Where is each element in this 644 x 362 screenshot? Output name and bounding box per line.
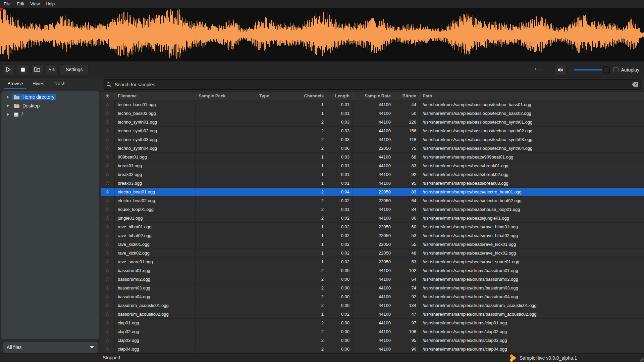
table-row[interactable]: ☆techno_synth03.ogg20:0344100118/usr/sha… xyxy=(101,135,644,144)
menu-item-edit[interactable]: Edit xyxy=(14,0,27,8)
play-button[interactable] xyxy=(2,64,14,75)
ab-loop-button[interactable]: A-B xyxy=(46,64,58,75)
favorite-star-icon[interactable]: ☆ xyxy=(101,231,115,240)
column-header-channels[interactable]: Channels xyxy=(296,92,327,100)
favorite-star-icon[interactable]: ☆ xyxy=(101,144,115,152)
favorite-star-icon[interactable]: ☆ xyxy=(101,336,115,345)
table-row[interactable]: ☆techno_synth01.ogg20:0344100126/usr/sha… xyxy=(101,118,644,127)
table-row[interactable]: ☆clap02.ogg20:0044100106/usr/share/lmms/… xyxy=(101,327,644,336)
favorite-star-icon[interactable]: ☆ xyxy=(101,179,115,187)
menu-item-help[interactable]: Help xyxy=(43,0,58,8)
favorite-star-icon[interactable]: ☆ xyxy=(101,301,115,310)
table-row[interactable]: ☆break03.ogg10:014410095/usr/share/lmms/… xyxy=(101,179,644,188)
column-header-type[interactable]: Type xyxy=(256,92,296,100)
table-row[interactable]: ☆house_loop01.ogg20:014410084/usr/share/… xyxy=(101,205,644,214)
favorite-star-icon[interactable]: ☆ xyxy=(101,127,115,135)
favorite-star-icon[interactable]: ☆ xyxy=(101,100,115,109)
search-bar[interactable] xyxy=(103,79,642,90)
tab-browse[interactable]: Browse xyxy=(3,78,28,90)
tree-item--[interactable]: / xyxy=(1,110,99,119)
expand-arrow-icon[interactable] xyxy=(7,95,9,99)
file-filter-dropdown[interactable]: All files xyxy=(3,342,98,353)
favorite-star-icon[interactable]: ☆ xyxy=(101,153,115,161)
table-row[interactable]: ☆bassdrum02.ogg20:004410064/usr/share/lm… xyxy=(101,275,644,284)
favorite-star-icon[interactable]: ☆ xyxy=(101,162,115,170)
open-folder-button[interactable] xyxy=(31,64,43,75)
expand-arrow-icon[interactable] xyxy=(7,113,9,116)
column-header-sample-pack[interactable]: Sample Pack xyxy=(196,92,256,100)
table-row[interactable]: ☆electro_beat02.ogg20:022205064/usr/shar… xyxy=(101,196,644,205)
table-row[interactable]: ☆bassdrum01.ogg20:0044100102/usr/share/l… xyxy=(101,266,644,275)
table-row[interactable]: ☆bassdrum_acoustic01.ogg20:0044100134/us… xyxy=(101,301,644,310)
menu-item-view[interactable]: View xyxy=(27,0,43,8)
favorite-star-icon[interactable]: ☆ xyxy=(101,118,115,126)
waveform-display[interactable] xyxy=(0,8,644,61)
favorite-star-icon[interactable]: ☆ xyxy=(101,240,115,248)
favorite-star-icon[interactable]: ☆ xyxy=(101,135,115,144)
favorite-star-icon[interactable]: ☆ xyxy=(101,258,115,266)
table-row[interactable]: ☆break02.ogg10:014410092/usr/share/lmms/… xyxy=(101,170,644,179)
table-row[interactable]: ☆rave_kick02.ogg10:022205048/usr/share/l… xyxy=(101,249,644,258)
tree-item-cell[interactable]: Desktop xyxy=(12,103,42,109)
tree-item-cell[interactable]: / xyxy=(12,111,25,118)
waveform-canvas[interactable] xyxy=(0,8,644,61)
column-header-sample-rate[interactable]: Sample Rate xyxy=(353,92,394,100)
column-header-filename[interactable]: Filename xyxy=(115,92,196,100)
favorite-star-icon[interactable]: ☆ xyxy=(101,196,115,205)
table-row[interactable]: ☆break01.ogg10:014410083/usr/share/lmms/… xyxy=(101,162,644,170)
autoplay-checkbox[interactable] xyxy=(613,67,619,72)
favorite-star-icon[interactable]: ☆ xyxy=(101,327,115,336)
favorite-star-icon[interactable]: ☆ xyxy=(101,275,115,283)
cell-bitrate: 55 xyxy=(394,240,420,248)
table-row[interactable]: ☆rave_snare01.ogg10:022205053/usr/share/… xyxy=(101,258,644,266)
tree-item-home-directory[interactable]: Home directory xyxy=(1,93,99,101)
favorite-star-icon[interactable]: ☆ xyxy=(101,284,115,292)
expand-arrow-icon[interactable] xyxy=(7,104,9,107)
table-row[interactable]: ☆bassdrum_acoustic02.ogg10:024410047/usr… xyxy=(101,310,644,319)
favorite-star-icon[interactable]: ☆ xyxy=(101,170,115,179)
table-row[interactable]: ☆techno_bass01.ogg10:014410044/usr/share… xyxy=(101,100,644,109)
favorite-star-icon[interactable]: ☆ xyxy=(101,345,115,353)
table-row[interactable]: ☆techno_synth04.ogg20:062205075/usr/shar… xyxy=(101,144,644,153)
table-row[interactable]: ☆techno_synth02.ogg20:0344100156/usr/sha… xyxy=(101,127,644,135)
table-row[interactable]: ☆clap03.ogg20:004410095/usr/share/lmms/s… xyxy=(101,336,644,345)
table-row[interactable]: ☆techno_bass02.ogg10:014410050/usr/share… xyxy=(101,109,644,118)
column-header-bitrate[interactable]: Bitrate xyxy=(394,92,420,100)
favorite-star-icon[interactable]: ☆ xyxy=(101,310,115,318)
favorite-star-icon[interactable]: ☆ xyxy=(101,292,115,301)
volume-slider[interactable] xyxy=(574,66,609,74)
favorite-star-icon[interactable]: ☆ xyxy=(101,214,115,222)
tree-item-desktop[interactable]: Desktop xyxy=(1,101,99,110)
table-row[interactable]: ☆clap01.ogg20:004410097/usr/share/lmms/s… xyxy=(101,319,644,327)
table-row[interactable]: ☆electro_beat01.ogg20:042205083/usr/shar… xyxy=(101,188,644,196)
table-row[interactable]: ☆clap04.ogg20:004410090/usr/share/lmms/s… xyxy=(101,345,644,354)
table-row[interactable]: ☆bassdrum04.ogg20:004410092/usr/share/lm… xyxy=(101,292,644,301)
tab-trash[interactable]: Trash xyxy=(49,78,70,90)
table-row[interactable]: ☆rave_hihat01.ogg10:022205060/usr/share/… xyxy=(101,223,644,231)
table-row[interactable]: ☆rave_kick01.ogg10:022205055/usr/share/l… xyxy=(101,240,644,249)
table-row[interactable]: ☆bassdrum03.ogg20:004410074/usr/share/lm… xyxy=(101,284,644,292)
favorite-star-icon[interactable]: ☆ xyxy=(101,205,115,214)
favorite-star-icon[interactable]: ☆ xyxy=(101,109,115,118)
stop-button[interactable] xyxy=(17,64,29,75)
menu-item-file[interactable]: File xyxy=(1,0,14,8)
column-header-path[interactable]: Path xyxy=(420,92,644,100)
search-input[interactable] xyxy=(115,82,632,87)
settings-button[interactable]: Settings xyxy=(60,64,89,75)
clear-search-icon[interactable] xyxy=(632,82,638,87)
table-row[interactable]: ☆jungle01.ogg20:024410086/usr/share/lmms… xyxy=(101,214,644,223)
volume-knob[interactable] xyxy=(602,66,610,74)
favorite-star-icon[interactable]: ☆ xyxy=(101,319,115,327)
mute-button[interactable] xyxy=(554,64,567,76)
column-header-length[interactable]: Length xyxy=(327,92,353,100)
tree-item-cell[interactable]: Home directory xyxy=(12,94,56,100)
favorite-star-icon[interactable]: ☆ xyxy=(101,266,115,275)
column-header-favorite[interactable]: ★ xyxy=(101,92,115,100)
resize-grip[interactable] xyxy=(638,356,644,362)
favorite-star-icon[interactable]: ☆ xyxy=(101,249,115,257)
favorite-star-icon[interactable]: ☆ xyxy=(101,188,115,196)
tab-hives[interactable]: Hives xyxy=(28,78,49,90)
table-row[interactable]: ☆rave_hihat02.ogg10:022205053/usr/share/… xyxy=(101,231,644,240)
favorite-star-icon[interactable]: ☆ xyxy=(101,223,115,231)
table-row[interactable]: ☆909beat01.ogg10:034410068/usr/share/lmm… xyxy=(101,153,644,162)
